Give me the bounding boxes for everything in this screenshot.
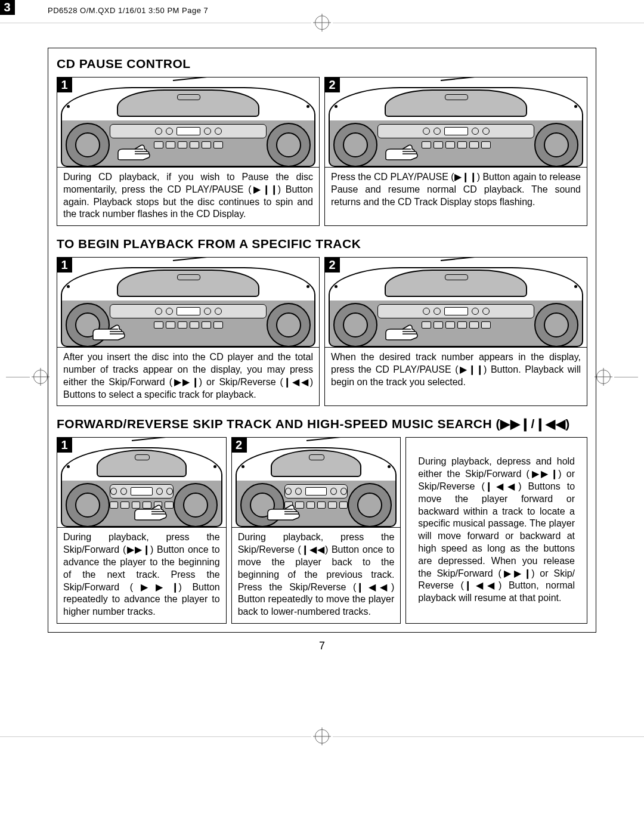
step-panel: 3 During playback, depress and hold eith… [405, 437, 587, 624]
crop-mark-bottom [0, 729, 644, 744]
pointing-hand-icon [385, 143, 420, 161]
step-row: 1 During playback, press the Sk [57, 437, 587, 624]
skip_rev-icon: ❙◀◀ [283, 377, 310, 387]
section-title: FORWARD/REVERSE SKIP TRACK AND HIGH-SPEE… [57, 417, 587, 431]
boombox-illustration [325, 258, 587, 347]
step-row: 1 During CD playback, if you wi [57, 77, 587, 226]
pointing-hand-icon [385, 323, 420, 341]
play_pause-icon: ▶❙❙ [454, 172, 477, 182]
registration-mark-icon [33, 370, 48, 384]
step-text: During CD playback, if you wish to Pause… [57, 168, 319, 221]
content-frame: CD PAUSE CONTROL 1 [48, 48, 596, 633]
registration-mark-icon [315, 729, 329, 744]
skip_fwd-icon: ▶▶❙ [172, 377, 199, 387]
step-text: After you insert the disc into the CD pl… [57, 348, 319, 401]
step-number-badge: 1 [57, 438, 72, 453]
step-illustration: 2 [325, 258, 587, 348]
both-icon: ▶▶❙/❙◀◀ [500, 417, 565, 431]
pointing-hand-icon [117, 143, 153, 161]
boombox-illustration [232, 438, 401, 527]
skip_fwd-icon: ▶▶❙ [133, 582, 178, 592]
boombox-illustration [57, 438, 226, 527]
step-panel: 2 During playback, press the Sk [231, 437, 401, 624]
pointing-hand-icon [134, 503, 169, 521]
crop-mark-top [0, 16, 644, 30]
crop-mark-left [6, 370, 51, 384]
step-text: When the desired track number appears in… [325, 348, 587, 388]
play_pause-icon: ▶❙❙ [251, 184, 277, 194]
step-number-badge: 2 [325, 258, 340, 272]
step-text: During playback, depress and hold either… [412, 442, 581, 605]
step-illustration: 1 [57, 438, 226, 528]
skip_rev-icon: ❙◀◀ [356, 582, 391, 592]
step-number-badge: 2 [325, 78, 340, 92]
boombox-illustration [325, 78, 587, 167]
step-illustration: 2 [325, 78, 587, 168]
skip_fwd-icon: ▶▶❙ [530, 469, 558, 479]
step-panel: 1 After you insert the disc int [57, 257, 320, 406]
step-number-badge: 1 [57, 78, 72, 92]
step-row: 1 After you insert the disc int [57, 257, 587, 406]
skip_rev-icon: ❙◀◀ [301, 544, 325, 555]
section-title: TO BEGIN PLAYBACK FROM A SPECIFIC TRACK [57, 237, 587, 251]
boombox-illustration [57, 78, 319, 167]
page: PD6528 O/M.QXD 1/16/01 3:50 PM Page 7 CD… [0, 0, 644, 833]
registration-mark-icon [315, 16, 329, 30]
skip_fwd-icon: ▶▶❙ [501, 568, 531, 578]
skip_rev-icon: ❙◀◀ [485, 481, 518, 491]
boombox-illustration [57, 258, 319, 347]
step-number-badge: 2 [232, 438, 247, 453]
step-panel: 2 When the desired track number [324, 257, 587, 406]
step-text: During playback, press the Skip/Forward … [57, 528, 226, 618]
step-text: During playback, press the Skip/Reverse … [232, 528, 401, 618]
registration-mark-icon [596, 370, 611, 384]
step-illustration: 2 [232, 438, 401, 528]
pointing-hand-icon [92, 323, 128, 341]
page-number: 7 [48, 640, 596, 652]
pointing-hand-icon [267, 503, 302, 521]
crop-mark-right [593, 370, 638, 384]
step-illustration: 1 [57, 258, 319, 348]
step-panel: 1 During playback, press the Sk [57, 437, 227, 624]
play_pause-icon: ▶❙❙ [459, 364, 484, 374]
step-number-badge: 1 [57, 258, 72, 272]
step-number-badge: 3 [0, 0, 15, 15]
step-panel: 2 Press the CD PLAY/PAUSE (▶❙❙) [324, 77, 587, 226]
step-panel: 1 During CD playback, if you wi [57, 77, 320, 226]
section-title: CD PAUSE CONTROL [57, 57, 587, 71]
skip_rev-icon: ❙◀◀ [464, 580, 499, 590]
skip_fwd-icon: ▶▶❙ [126, 544, 150, 555]
step-text: Press the CD PLAY/PAUSE (▶❙❙) Button aga… [325, 168, 587, 208]
step-illustration: 1 [57, 78, 319, 168]
